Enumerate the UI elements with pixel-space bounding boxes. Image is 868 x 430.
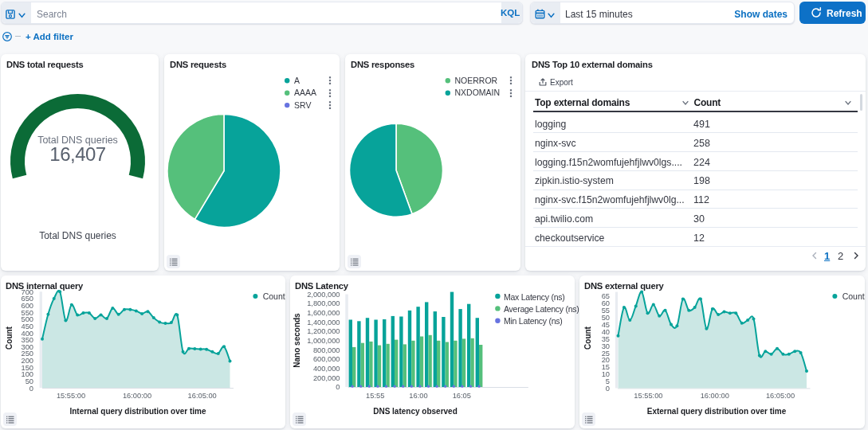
svg-text:250: 250 <box>21 350 33 358</box>
svg-text:20: 20 <box>602 356 610 364</box>
svg-text:150: 150 <box>21 364 33 372</box>
svg-text:50: 50 <box>26 377 33 385</box>
svg-text:1,200,000: 1,200,000 <box>307 327 340 335</box>
svg-text:1,400,000: 1,400,000 <box>307 319 340 326</box>
svg-text:5: 5 <box>606 377 610 385</box>
svg-text:30: 30 <box>602 342 610 350</box>
svg-text:16:00:00: 16:00:00 <box>701 392 729 400</box>
svg-text:25: 25 <box>602 350 610 358</box>
svg-text:1,800,000: 1,800,000 <box>307 299 340 307</box>
svg-text:0: 0 <box>336 383 340 391</box>
svg-text:50: 50 <box>602 314 610 322</box>
svg-text:200,000: 200,000 <box>313 374 340 382</box>
svg-text:35: 35 <box>602 335 610 343</box>
svg-text:15:55: 15:55 <box>366 392 384 400</box>
svg-text:55: 55 <box>602 307 610 315</box>
svg-text:15:55:00: 15:55:00 <box>57 392 85 400</box>
svg-text:600: 600 <box>21 302 33 310</box>
svg-text:700: 700 <box>21 288 33 296</box>
svg-text:10: 10 <box>602 370 610 378</box>
svg-text:650: 650 <box>21 295 33 303</box>
svg-text:40: 40 <box>602 328 610 336</box>
svg-text:0: 0 <box>606 385 610 393</box>
svg-text:550: 550 <box>21 309 33 317</box>
svg-text:65: 65 <box>602 292 610 300</box>
svg-text:800,000: 800,000 <box>313 346 340 354</box>
svg-text:1,000,000: 1,000,000 <box>307 337 340 345</box>
svg-text:15:55:00: 15:55:00 <box>634 392 662 400</box>
svg-text:16:05:00: 16:05:00 <box>766 392 795 400</box>
svg-text:60: 60 <box>602 299 610 307</box>
svg-text:16:00:00: 16:00:00 <box>123 392 151 400</box>
svg-text:1,600,000: 1,600,000 <box>307 309 340 317</box>
svg-text:100: 100 <box>21 370 33 378</box>
svg-text:0: 0 <box>29 385 33 393</box>
svg-text:15: 15 <box>602 363 610 371</box>
svg-text:350: 350 <box>21 336 33 344</box>
svg-text:16:00: 16:00 <box>409 392 427 400</box>
svg-text:400: 400 <box>21 330 33 338</box>
svg-text:500: 500 <box>21 315 33 323</box>
svg-text:600,000: 600,000 <box>313 355 340 363</box>
svg-text:2,000,000: 2,000,000 <box>307 291 340 299</box>
svg-text:16:05:00: 16:05:00 <box>188 392 217 400</box>
svg-text:400,000: 400,000 <box>313 365 340 373</box>
svg-text:300: 300 <box>21 343 33 351</box>
svg-text:45: 45 <box>602 321 610 329</box>
svg-text:450: 450 <box>21 322 33 330</box>
svg-text:200: 200 <box>21 357 33 365</box>
svg-text:16:05: 16:05 <box>453 392 471 400</box>
